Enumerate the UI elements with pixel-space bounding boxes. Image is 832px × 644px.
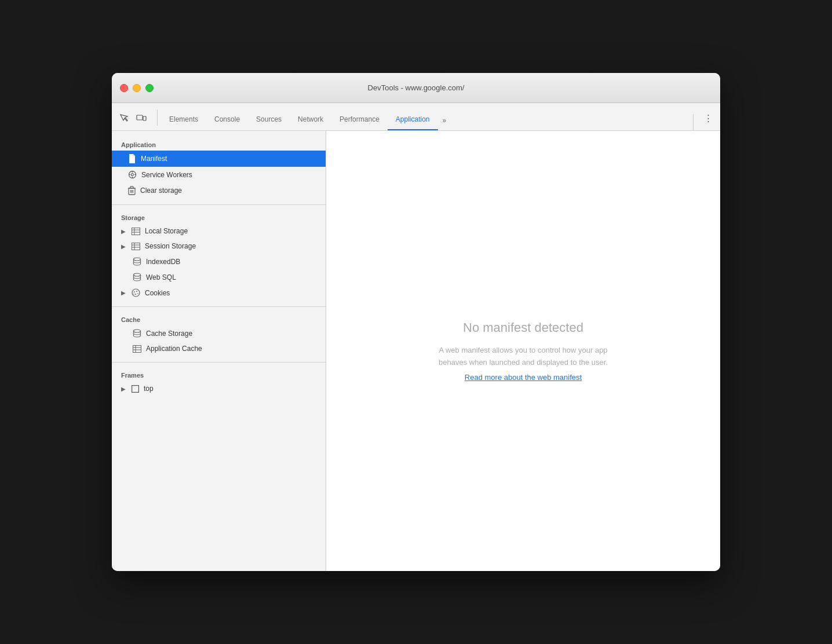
- toolbar-left: [116, 111, 149, 130]
- sidebar-item-indexeddb[interactable]: IndexedDB: [112, 254, 326, 269]
- traffic-lights: [120, 84, 154, 92]
- manifest-learn-more-link[interactable]: Read more about the web manifest: [465, 373, 582, 382]
- cookies-expand-icon: ▶: [121, 290, 126, 296]
- sidebar-item-indexeddb-label: IndexedDB: [146, 258, 180, 266]
- sidebar-section-frames: Frames: [112, 368, 326, 381]
- sidebar-item-session-storage[interactable]: ▶ Session Storage: [112, 239, 326, 254]
- sidebar-section-application: Application: [112, 138, 326, 151]
- window-title: DevTools - www.google.com/: [368, 83, 465, 92]
- content-panel: No manifest detected A web manifest allo…: [326, 131, 720, 571]
- local-storage-icon: [132, 228, 140, 235]
- frame-icon: [132, 385, 139, 393]
- top-frame-expand-icon: ▶: [121, 386, 126, 392]
- tabs-overflow-button[interactable]: »: [438, 112, 451, 130]
- title-bar: DevTools - www.google.com/: [112, 73, 720, 103]
- close-button[interactable]: [120, 84, 128, 92]
- sidebar-section-storage: Storage: [112, 211, 326, 224]
- svg-point-3: [132, 174, 134, 176]
- inspect-element-icon[interactable]: [116, 111, 132, 126]
- sidebar-item-clear-storage[interactable]: Clear storage: [112, 182, 326, 199]
- cookies-icon: [132, 288, 140, 297]
- sidebar-item-local-storage-label: Local Storage: [145, 227, 188, 235]
- sidebar-item-service-workers[interactable]: Service Workers: [112, 167, 326, 182]
- sidebar-item-cookies-label: Cookies: [145, 289, 170, 297]
- tab-elements[interactable]: Elements: [161, 110, 206, 130]
- session-storage-icon: [132, 243, 140, 250]
- cache-storage-icon: [133, 329, 141, 338]
- sidebar-item-cache-storage-label: Cache Storage: [146, 330, 192, 338]
- svg-rect-37: [132, 385, 139, 392]
- toolbar-right: ⋮: [700, 111, 716, 130]
- manifest-icon: [128, 154, 136, 163]
- svg-point-28: [136, 291, 137, 292]
- svg-point-30: [137, 293, 138, 294]
- svg-rect-1: [143, 116, 146, 120]
- sidebar-item-top-frame-label: top: [144, 385, 154, 393]
- svg-rect-33: [133, 345, 141, 352]
- service-workers-icon: [128, 170, 137, 179]
- sidebar-item-local-storage[interactable]: ▶ Local Storage: [112, 224, 326, 239]
- no-manifest-description: A web manifest allows you to control how…: [430, 345, 616, 369]
- svg-point-31: [133, 294, 134, 295]
- sidebar-item-manifest-label: Manifest: [141, 155, 167, 163]
- minimize-button[interactable]: [133, 84, 141, 92]
- sidebar: Application Manifest: [112, 131, 326, 571]
- no-manifest-title: No manifest detected: [463, 320, 583, 335]
- tabs-container: Elements Console Sources Network Perform…: [161, 110, 691, 130]
- sidebar-item-application-cache-label: Application Cache: [146, 345, 202, 353]
- svg-point-29: [135, 294, 136, 295]
- tab-bar: Elements Console Sources Network Perform…: [112, 103, 720, 131]
- sidebar-item-application-cache[interactable]: Application Cache: [112, 341, 326, 356]
- sidebar-item-web-sql-label: Web SQL: [146, 273, 176, 281]
- local-storage-expand-icon: ▶: [121, 228, 126, 235]
- more-options-icon[interactable]: ⋮: [700, 111, 716, 126]
- svg-point-32: [134, 330, 141, 332]
- tab-performance[interactable]: Performance: [331, 110, 388, 130]
- sidebar-section-cache: Cache: [112, 313, 326, 325]
- web-sql-icon: [133, 273, 141, 281]
- tab-sources[interactable]: Sources: [248, 110, 290, 130]
- sidebar-item-service-workers-label: Service Workers: [141, 171, 192, 179]
- sidebar-item-cache-storage[interactable]: Cache Storage: [112, 325, 326, 341]
- tab-bar-separator: [693, 114, 694, 130]
- sidebar-item-cookies[interactable]: ▶ Cookies: [112, 285, 326, 301]
- svg-point-24: [134, 258, 141, 261]
- sidebar-item-web-sql[interactable]: Web SQL: [112, 269, 326, 285]
- indexeddb-icon: [133, 257, 141, 266]
- sidebar-item-session-storage-label: Session Storage: [145, 242, 196, 250]
- svg-rect-0: [137, 115, 143, 120]
- tab-application[interactable]: Application: [388, 110, 438, 130]
- clear-storage-icon: [128, 186, 136, 195]
- tab-network[interactable]: Network: [290, 110, 331, 130]
- svg-point-26: [132, 289, 140, 297]
- tab-console[interactable]: Console: [206, 110, 248, 130]
- main-content: Application Manifest: [112, 131, 720, 571]
- svg-point-25: [134, 273, 141, 276]
- svg-rect-16: [132, 228, 140, 235]
- application-cache-icon: [133, 345, 141, 353]
- sidebar-item-top-frame[interactable]: ▶ top: [112, 381, 326, 396]
- sidebar-item-manifest[interactable]: Manifest: [112, 151, 326, 167]
- sidebar-separator-3: [112, 362, 326, 363]
- sidebar-item-clear-storage-label: Clear storage: [140, 186, 182, 195]
- sidebar-separator-2: [112, 306, 326, 307]
- device-toolbar-icon[interactable]: [134, 111, 149, 126]
- maximize-button[interactable]: [145, 84, 154, 92]
- session-storage-expand-icon: ▶: [121, 243, 126, 250]
- svg-point-27: [134, 291, 135, 292]
- toolbar-divider: [157, 109, 158, 126]
- sidebar-separator-1: [112, 204, 326, 205]
- devtools-window: DevTools - www.google.com/ Elements Cons…: [112, 73, 720, 571]
- svg-rect-20: [132, 243, 140, 250]
